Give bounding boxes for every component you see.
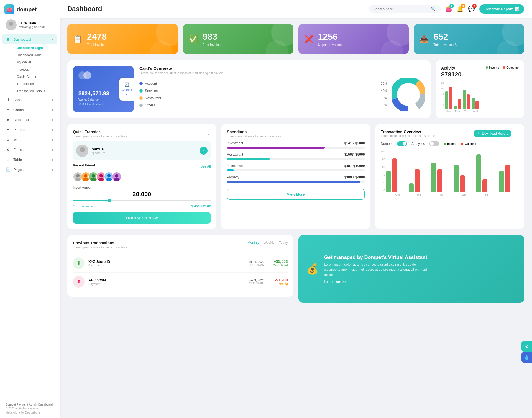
change-button[interactable]: 🔄 Change ▼ [119, 78, 134, 101]
legend-items: Account 20% Services 40% Restaurant 15% [139, 80, 387, 109]
trans-icon-2: ⬆ [73, 276, 85, 288]
trans-x-labels: Sun Mon Tue Wed Thu Fri [386, 193, 519, 196]
bar-sun-outcome [449, 87, 452, 109]
sidebar-charts-label: Charts [13, 108, 24, 112]
sub-cards-center[interactable]: Cards Center [13, 73, 60, 80]
download-report-button[interactable]: ⬇ Download Report [474, 130, 511, 137]
stat-icon-sent: 📤 [419, 35, 429, 44]
sidebar-item-widget[interactable]: ⚙ Widget ▶ [0, 135, 60, 145]
va-title: Get managed by Dompet's Virtual Assistan… [324, 255, 429, 260]
stat-card-unpaid: ❌ 1256 Unpaid Invoices [298, 24, 409, 54]
cards-overview-title: Card's Overview [139, 66, 425, 71]
cards-overview-subtitle: Lorem ipsum dolor sit amet, consectetur … [139, 71, 425, 75]
droplet-icon: 💧 [524, 355, 530, 360]
bottom-split: Previous Transactions Lorem ipsum dolor … [67, 235, 524, 303]
sidebar-item-plugins[interactable]: ♥ Plugins ▶ [0, 125, 60, 135]
sub-invoices[interactable]: Invoices [13, 66, 60, 73]
sidebar-item-table[interactable]: ≡ Table ▶ [0, 155, 60, 165]
stat-cards: 📋 2478 Total Invoices ✅ 983 Paid Invoice… [67, 24, 524, 54]
va-desc: Lorem ipsum dolor sit amet, consectetur … [324, 262, 429, 277]
bell-badge: 12 [461, 4, 465, 8]
svg-point-12 [83, 178, 88, 181]
trans-name-2: ABC Store [88, 278, 106, 282]
plugins-chevron-icon: ▶ [52, 128, 54, 131]
balance-value: $ 456,345.62 [191, 204, 211, 208]
svg-point-14 [90, 178, 96, 181]
view-more-button[interactable]: View More [227, 189, 365, 200]
activity-x-labels: Sun Mon Tue Wed [445, 110, 519, 112]
trans-menu-icon[interactable]: ⋮ [514, 130, 519, 137]
sub-my-wallet[interactable]: My Wallet [13, 59, 60, 66]
svg-point-6 [398, 84, 418, 104]
analytics-toggle[interactable] [429, 141, 439, 146]
tab-today[interactable]: Today [279, 241, 288, 246]
transfer-now-button[interactable]: TRANSFER NOW [73, 212, 211, 224]
page-title: Dashboard [67, 5, 364, 13]
bar-group-mon [454, 99, 461, 109]
activity-amount: $78120 [441, 71, 461, 78]
sub-dashboard-light[interactable]: Dashboard Light [13, 44, 60, 52]
number-toggle[interactable] [397, 141, 407, 146]
stat-label-total: Total Invoices [87, 43, 107, 47]
wallet-icon-badge[interactable]: 👛 2 [445, 6, 452, 12]
trans-outcome-label: Outcome [465, 142, 477, 145]
income-label: Income [489, 66, 499, 69]
avatar [6, 19, 17, 30]
spending-items: Investment $1415 /$2000 Restaurant $1567… [227, 141, 365, 183]
amount-value: 20.000 [73, 191, 211, 198]
sub-transaction[interactable]: Transaction [13, 80, 60, 88]
settings-float-button[interactable]: ⚙ [521, 341, 532, 352]
hamburger-icon[interactable]: ☰ [50, 6, 55, 13]
stat-icon-paid: ✅ [188, 35, 198, 44]
bar-mon-income [454, 106, 457, 109]
virtual-assistant-banner: 💰 Get managed by Dompet's Virtual Assist… [298, 235, 525, 303]
bar-group-tue [463, 90, 470, 109]
bar-sun-income [445, 91, 448, 109]
stat-icon-total: 📋 [73, 35, 83, 44]
sidebar-item-charts[interactable]: 〰 Charts ▶ [0, 105, 60, 115]
income-dot [486, 66, 488, 69]
quick-transfer-menu-icon[interactable]: ⋮ [206, 130, 211, 136]
topbar: Dashboard 🔍 👛 2 🔔 12 💬 5 Generate Report… [60, 0, 532, 18]
sidebar-item-pages[interactable]: 📄 Pages ▶ [0, 165, 60, 175]
spending-restaurant: Restaurant $1567 /$5000 [227, 153, 365, 160]
stat-card-paid: ✅ 983 Paid Invoices [183, 24, 293, 54]
sidebar-item-apps[interactable]: ℹ Apps ▶ [0, 95, 60, 105]
sub-transaction-details[interactable]: Transaction Details [13, 88, 60, 95]
see-all-link[interactable]: See All [200, 165, 211, 168]
transaction-row-2: ⬆ ABC Store Payment June 3, 2020 02:12:0… [73, 273, 288, 291]
spendings-title: Spendings [227, 130, 281, 134]
logo-icon: 👛 [4, 4, 14, 14]
apps-icon: ℹ [6, 98, 11, 102]
sidebar-item-forms[interactable]: 🖨 Forms ▶ [0, 145, 60, 155]
bell-icon-badge[interactable]: 🔔 12 [457, 6, 464, 12]
friend-6[interactable] [112, 172, 122, 182]
app-name: dompet [17, 6, 37, 13]
chat-icon-badge[interactable]: 💬 5 [468, 6, 475, 12]
charts-chevron-icon: ▶ [52, 108, 54, 111]
generate-report-button[interactable]: Generate Report 📊 [479, 4, 524, 14]
amount-slider[interactable] [73, 200, 211, 201]
bar-tue-outcome [467, 94, 470, 109]
search-box: 🔍 [369, 5, 441, 13]
tab-monthly[interactable]: Monthly [247, 241, 259, 246]
va-learn-more-link[interactable]: Learn more >> [324, 280, 346, 284]
sidebar-item-dashboard[interactable]: ⊞ Dashboard ▼ [2, 34, 57, 44]
tab-weekly[interactable]: Weekly [264, 241, 274, 246]
stat-label-sent: Total Invoices Sent [433, 43, 461, 47]
trans-date-1: June 4, 2020 [247, 260, 265, 263]
legend-others: Others 15% [139, 102, 387, 109]
spendings-menu-icon[interactable]: ⋮ [360, 130, 365, 136]
refresh-icon: 🔄 [124, 82, 129, 87]
cards-overview-panel: $824,571.93 Wallet Balance +0,8% than la… [67, 60, 431, 118]
search-icon: 🔍 [431, 7, 436, 11]
svg-point-13 [92, 174, 95, 177]
sub-dashboard-dark[interactable]: Dashboard Dark [13, 52, 60, 59]
chat-badge: 5 [472, 4, 477, 8]
water-float-button[interactable]: 💧 [521, 352, 532, 363]
sidebar-apps-label: Apps [13, 98, 22, 102]
search-input[interactable] [373, 7, 429, 11]
sidebar-item-bootstrap[interactable]: ★ Bootstrap ▶ [0, 115, 60, 125]
trans-overview-sub: Lorem ipsum dolor sit amet, consectetur [381, 134, 435, 137]
topbar-icons: 👛 2 🔔 12 💬 5 Generate Report 📊 [445, 4, 524, 14]
